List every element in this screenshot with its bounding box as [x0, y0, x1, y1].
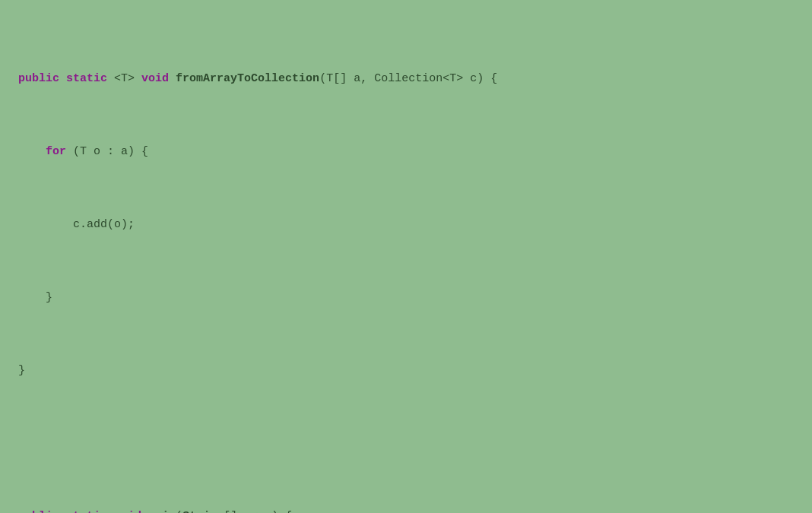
code-line-4: } [18, 289, 794, 307]
code-line-5: } [18, 362, 794, 380]
keyword-public: public [18, 72, 59, 85]
keyword-static: static [66, 72, 107, 85]
code-line-3: c.add(o); [18, 216, 794, 234]
type-string: String [182, 510, 224, 513]
code-line-2: for (T o : a) { [18, 143, 794, 161]
keyword-public2: public [18, 510, 59, 513]
code-line-6 [18, 435, 794, 453]
arg-args: args [244, 510, 271, 513]
method-fromArrayToCollection: fromArrayToCollection [176, 72, 319, 85]
code-line-1: public static <T> void fromArrayToCollec… [18, 70, 794, 88]
keyword-for: for [46, 145, 66, 158]
keyword-void2: void [114, 510, 141, 513]
code-line-7: public static void main(String[] args) { [18, 508, 794, 513]
keyword-static2: static [66, 510, 107, 513]
keyword-void: void [141, 72, 169, 85]
method-main: main [148, 510, 176, 513]
code-display: public static <T> void fromArrayToCollec… [18, 15, 794, 513]
